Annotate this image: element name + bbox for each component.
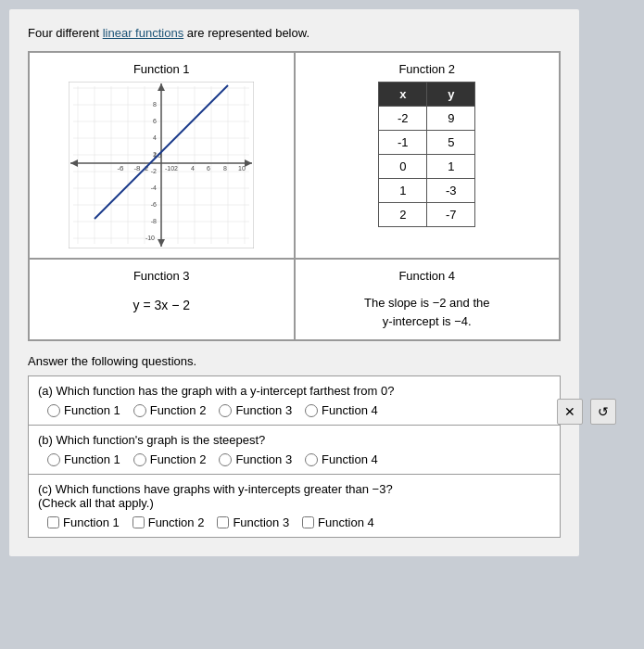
questions-box: (a) Which function has the graph with a … (28, 375, 561, 538)
question-c-option-3[interactable]: Function 3 (217, 515, 289, 529)
undo-button[interactable]: ↺ (590, 399, 616, 425)
option-label-text: Function 4 (322, 403, 378, 417)
option-label-text: Function 1 (63, 515, 120, 529)
question-a-option-2[interactable]: Function 2 (133, 403, 207, 417)
functions-grid: Function 1 (28, 51, 561, 341)
table-row: 2-7 (379, 203, 475, 227)
question-c-option-4[interactable]: Function 4 (302, 515, 374, 529)
svg-text:-2: -2 (151, 168, 157, 174)
function-2-cell: Function 2 x y -29-15011-32-7 (295, 52, 561, 259)
table-cell: 1 (427, 155, 475, 179)
option-label-text: Function 4 (322, 452, 378, 466)
question-a-radio-3[interactable] (219, 404, 232, 417)
graph-container: 10 -8 -6 -2 2 4 6 8 10 -10 8 6 4 (69, 82, 254, 248)
table-row: 1-3 (379, 179, 475, 203)
function-3-title: Function 3 (133, 269, 190, 283)
question-b-section: (b) Which function's graph is the steepe… (29, 426, 560, 475)
svg-text:-4: -4 (151, 185, 157, 191)
question-a-radio-2[interactable] (133, 404, 146, 417)
question-b-option-4[interactable]: Function 4 (305, 452, 378, 466)
function-4-description: The slope is −2 and they-intercept is −4… (364, 294, 490, 330)
svg-text:-10: -10 (145, 235, 155, 241)
question-b-radio-4[interactable] (305, 453, 318, 466)
option-label-text: Function 4 (318, 515, 374, 529)
table-cell: -2 (379, 107, 427, 131)
option-label-text: Function 3 (235, 452, 292, 466)
question-b-text: (b) Which function's graph is the steepe… (38, 433, 550, 447)
question-b-radio-1[interactable] (47, 453, 60, 466)
function-4-title: Function 4 (398, 269, 455, 283)
question-b-option-3[interactable]: Function 3 (219, 452, 292, 466)
table-cell: -3 (427, 179, 475, 203)
linear-functions-link[interactable]: linear functions (103, 26, 183, 40)
question-a-section: (a) Which function has the graph with a … (29, 376, 560, 426)
question-c-text: (c) Which functions have graphs with y-i… (38, 482, 550, 510)
question-b-radio-3[interactable] (219, 453, 232, 466)
function-3-cell: Function 3 y = 3x − 2 (29, 259, 295, 340)
svg-text:-10: -10 (165, 165, 174, 172)
svg-text:4: 4 (153, 134, 157, 141)
svg-text:6: 6 (207, 165, 210, 172)
question-a-option-3[interactable]: Function 3 (219, 403, 292, 417)
close-button[interactable]: ✕ (557, 399, 583, 425)
question-c-checkbox-3[interactable] (217, 516, 229, 528)
svg-text:4: 4 (191, 165, 195, 172)
question-a-option-4[interactable]: Function 4 (305, 403, 378, 417)
function-1-graph: 10 -8 -6 -2 2 4 6 8 10 -10 8 6 4 (69, 82, 254, 248)
table-cell: 0 (379, 155, 427, 179)
svg-text:6: 6 (153, 118, 157, 124)
intro-text: Four different linear functions are repr… (28, 26, 561, 40)
question-c-section: (c) Which functions have graphs with y-i… (29, 475, 560, 537)
question-c-checkbox-4[interactable] (302, 516, 314, 528)
option-label-text: Function 1 (64, 452, 120, 466)
table-cell: 1 (379, 179, 427, 203)
svg-text:10: 10 (238, 165, 246, 172)
question-c-options: Function 1Function 2Function 3Function 4 (38, 515, 550, 529)
svg-text:-8: -8 (151, 218, 157, 224)
svg-text:-8: -8 (134, 164, 142, 172)
question-c-checkbox-1[interactable] (47, 516, 59, 528)
svg-text:8: 8 (153, 101, 157, 108)
option-label-text: Function 2 (150, 452, 207, 466)
function-2-title: Function 2 (398, 62, 455, 76)
function-3-equation: y = 3x − 2 (133, 298, 190, 312)
function-1-cell: Function 1 (29, 52, 295, 259)
function-1-title: Function 1 (133, 62, 190, 76)
col-x-header: x (379, 83, 427, 107)
function-2-table: x y -29-15011-32-7 (378, 82, 475, 227)
question-a-text: (a) Which function has the graph with a … (38, 384, 550, 398)
question-c-option-1[interactable]: Function 1 (47, 515, 120, 529)
question-c-option-2[interactable]: Function 2 (133, 515, 205, 529)
svg-text:-6: -6 (151, 201, 157, 208)
table-cell: 9 (427, 107, 475, 131)
question-a-radio-4[interactable] (305, 404, 318, 417)
option-label-text: Function 2 (148, 515, 205, 529)
option-label-text: Function 3 (235, 403, 292, 417)
table-cell: -7 (427, 203, 475, 227)
table-row: 01 (379, 155, 475, 179)
question-b-options: Function 1Function 2Function 3Function 4 (38, 452, 550, 466)
svg-text:-6: -6 (118, 164, 125, 172)
question-b-radio-2[interactable] (133, 453, 146, 466)
svg-text:2: 2 (174, 165, 178, 172)
function-4-cell: Function 4 The slope is −2 and they-inte… (295, 259, 561, 340)
option-label-text: Function 2 (150, 403, 207, 417)
col-y-header: y (427, 83, 475, 107)
question-a-option-1[interactable]: Function 1 (47, 403, 120, 417)
table-cell: -1 (379, 131, 427, 155)
svg-text:8: 8 (223, 165, 227, 172)
answer-section-label: Answer the following questions. (28, 354, 561, 368)
action-buttons: ✕ ↺ (557, 399, 616, 425)
option-label-text: Function 3 (233, 515, 289, 529)
table-row: -15 (379, 131, 475, 155)
table-cell: 2 (379, 203, 427, 227)
option-label-text: Function 1 (64, 403, 120, 417)
question-a-options: Function 1Function 2Function 3Function 4 (38, 403, 550, 417)
table-cell: 5 (427, 131, 475, 155)
question-b-option-1[interactable]: Function 1 (47, 452, 120, 466)
question-c-checkbox-2[interactable] (133, 516, 145, 528)
table-row: -29 (379, 107, 475, 131)
question-b-option-2[interactable]: Function 2 (133, 452, 207, 466)
question-a-radio-1[interactable] (47, 404, 60, 417)
